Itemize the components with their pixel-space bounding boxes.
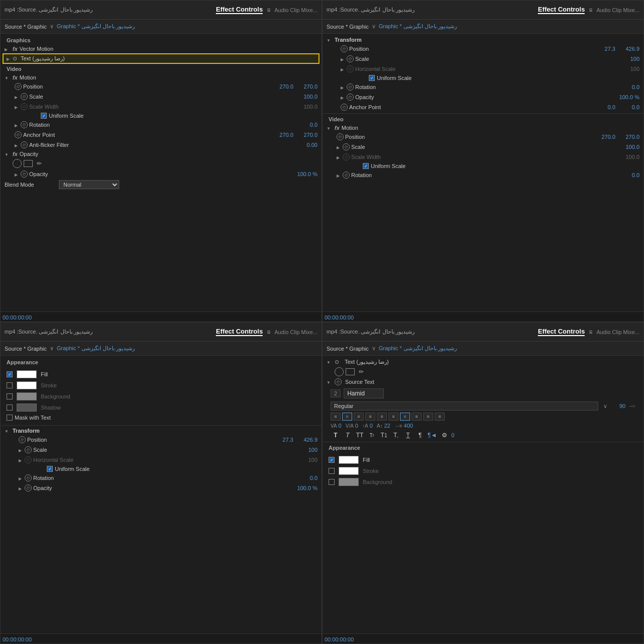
graphic-link-tr[interactable]: رشیدپور.باحال انگیزشی * Graphic [379, 23, 457, 30]
shape-rect-tl[interactable] [24, 160, 33, 167]
allcaps-btn-br[interactable]: TT [355, 431, 365, 440]
stopwatch-scale2-tr[interactable]: ⏱ [343, 143, 350, 150]
align-center-btn-br[interactable]: ≡ [342, 413, 352, 421]
kern-val-br[interactable]: 0 [339, 423, 342, 429]
expand-rotation-tl[interactable] [15, 122, 21, 128]
align-justify5-btn-br[interactable]: ≡ [412, 413, 422, 421]
shadow-checkbox-bl[interactable] [7, 405, 13, 411]
expand-motion-tr[interactable] [327, 125, 333, 131]
align-justify6-btn-br[interactable]: ≡ [423, 413, 433, 421]
stopwatch-rotation-bl[interactable]: ⏱ [25, 474, 32, 481]
stopwatch-opacity-tr[interactable]: ⏱ [347, 94, 354, 101]
uniform-scale-checkbox-tr[interactable] [369, 75, 375, 81]
expand-transform-bl[interactable] [5, 428, 11, 434]
uniform-scale-checkbox-bl[interactable] [47, 466, 53, 472]
expand-motion-tl[interactable] [5, 75, 11, 80]
graphic-link-bl[interactable]: رشیدپور.باحال انگیزشی * Graphic [57, 345, 135, 352]
dropdown-arrow-bl[interactable]: ∨ [50, 345, 54, 352]
underline-btn-br[interactable]: T [403, 431, 413, 440]
graphic-link-br[interactable]: رشیدپور.باحال انگیزشی * Graphic [379, 345, 457, 352]
smallcaps-btn-br[interactable]: Tr [367, 431, 377, 440]
menu-icon-bl[interactable]: ≡ [267, 329, 270, 336]
effect-controls-tab-tr[interactable]: Effect Controls [538, 6, 585, 14]
stroke-swatch-bl[interactable] [17, 381, 37, 389]
expand-rotation-tr[interactable] [341, 85, 347, 90]
expand-horiz-scale-bl[interactable] [19, 457, 25, 463]
anti-flicker-v1-tl[interactable]: 0.00 [297, 142, 317, 148]
background-swatch-bl[interactable] [17, 392, 37, 400]
superscript-btn-br[interactable]: T1 [379, 431, 389, 440]
anchor-v1-tl[interactable]: 270.0 [273, 132, 293, 138]
stroke-checkbox-bl[interactable] [7, 382, 13, 388]
audio-tab-br[interactable]: Audio Clip Mixe... [596, 329, 639, 335]
stopwatch-rotation2-tr[interactable]: ⏱ [343, 172, 350, 179]
menu-icon-tr[interactable]: ≡ [589, 7, 592, 14]
position-v1-tr[interactable]: 27.3 [595, 46, 615, 52]
stopwatch-opacity-tl[interactable]: ⏱ [21, 171, 28, 178]
stopwatch-source-text-br[interactable]: ⏱ [335, 378, 342, 385]
expand-opacity-tr[interactable] [341, 95, 347, 100]
align-justify3-btn-br[interactable]: ≡ [388, 413, 398, 421]
dropdown-arrow-tl[interactable]: ∨ [50, 23, 54, 30]
expand-opacity-tl[interactable] [5, 151, 11, 157]
font-style-dropdown-br[interactable]: ∨ [603, 403, 607, 410]
align-justify1-btn-br[interactable]: ≡ [365, 413, 375, 421]
font-style-select-br[interactable]: Regular [331, 401, 598, 411]
expand-scale-width2-tr[interactable] [337, 154, 343, 160]
stopwatch-rotation-tl[interactable]: ⏱ [21, 121, 28, 128]
position2-v1-tr[interactable]: 270.0 [595, 134, 615, 140]
stopwatch-position-bl[interactable]: ⏱ [19, 436, 26, 443]
glyph-btn-br[interactable]: ⚙ [439, 431, 449, 440]
opacity-v1-bl[interactable]: 100.0 % [297, 485, 317, 491]
scale-v1-tl[interactable]: 100.0 [297, 94, 317, 100]
align-left-btn-br[interactable]: ≡ [331, 413, 341, 421]
font-name-br[interactable]: Hamid [344, 388, 384, 398]
position2-v2-tr[interactable]: 270.0 [619, 134, 639, 140]
shape-circle-tl[interactable] [13, 159, 22, 168]
expand-text[interactable] [7, 56, 13, 61]
eye-text-br[interactable]: ⊙ [335, 359, 343, 365]
position-v1-tl[interactable]: 270.0 [273, 84, 293, 90]
rotation-v1-tl[interactable]: 0.0 [297, 122, 317, 128]
background-swatch-br[interactable] [339, 478, 359, 486]
menu-icon-br[interactable]: ≡ [589, 329, 592, 336]
expand-scale-tl[interactable] [15, 94, 21, 100]
shadow-swatch-bl[interactable] [17, 404, 37, 412]
position-v2-tl[interactable]: 270.0 [297, 84, 317, 90]
stopwatch-scale-bl[interactable]: ⏱ [25, 446, 32, 453]
shape-circle-br[interactable] [335, 367, 344, 376]
audio-tab-tr[interactable]: Audio Clip Mixe... [596, 7, 639, 13]
expand-transform-tr[interactable] [327, 37, 333, 43]
fill-checkbox-bl[interactable] [7, 371, 13, 377]
anchor-v2-tl[interactable]: 270.0 [297, 132, 317, 138]
stopwatch-anchor-tr[interactable]: ⏱ [341, 104, 348, 111]
expand-anti-flicker-tl[interactable] [15, 142, 21, 148]
expand-opacity-val-tl[interactable] [15, 172, 21, 177]
stopwatch-position-tl[interactable]: ⏱ [15, 83, 22, 90]
align-justify2-btn-br[interactable]: ≡ [377, 413, 387, 421]
stopwatch-scale-tr[interactable]: ⏱ [347, 55, 354, 62]
graphic-link-tl[interactable]: رشیدپور.باحال انگیزشی * Graphic [57, 23, 135, 30]
effect-controls-tab-bl[interactable]: Effect Controls [216, 328, 263, 336]
expand-rotation2-tr[interactable] [337, 173, 343, 178]
position-v1-bl[interactable]: 27.3 [273, 437, 293, 443]
rotation2-v1-tr[interactable]: 0.0 [619, 172, 639, 178]
stopwatch-position2-tr[interactable]: ⏱ [337, 133, 344, 140]
opacity-v1-tl[interactable]: 100.0 % [297, 171, 317, 177]
stopwatch-scale-tl[interactable]: ⏱ [21, 93, 28, 100]
fill-swatch-br[interactable] [339, 456, 359, 464]
effect-controls-tab-br[interactable]: Effect Controls [538, 328, 585, 336]
mask-checkbox-bl[interactable] [7, 415, 13, 421]
position-v2-bl[interactable]: 426.9 [297, 437, 317, 443]
expand-opacity-bl[interactable] [19, 486, 25, 491]
anchor-v1-tr[interactable]: 0.0 [595, 104, 615, 110]
opacity-v1-tr[interactable]: 100.0 % [619, 94, 639, 100]
indent-val-br[interactable]: 400 [404, 423, 413, 429]
audio-tab-tl[interactable]: Audio Clip Mixe... [274, 7, 317, 13]
uniform-scale2-checkbox-tr[interactable] [363, 163, 369, 169]
stroke-checkbox-br[interactable] [329, 468, 335, 474]
dropdown-arrow-br[interactable]: ∨ [372, 345, 376, 352]
anchor-v2-tr[interactable]: 0.0 [619, 104, 639, 110]
bold-btn-br[interactable]: T [331, 431, 341, 440]
lineheight-val-br[interactable]: 22 [384, 423, 390, 429]
